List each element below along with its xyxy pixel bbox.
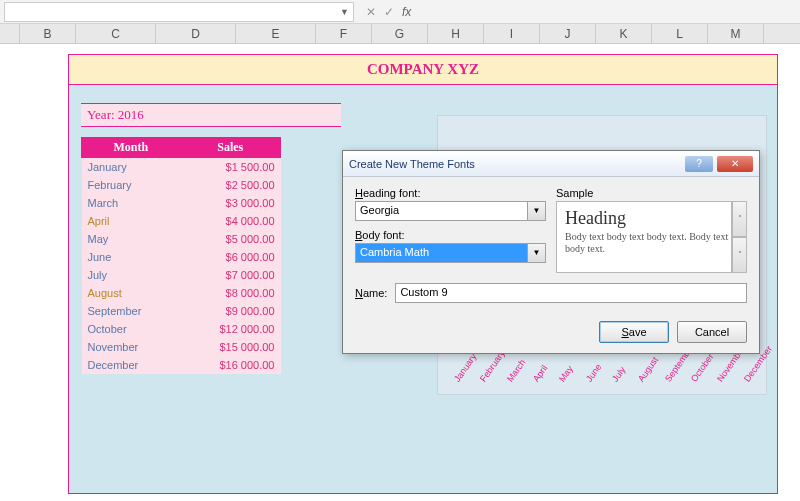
- col-header[interactable]: H: [428, 24, 484, 43]
- chart-axis-labels: January February March April May June Ju…: [444, 378, 760, 388]
- name-box[interactable]: ▼: [4, 2, 354, 22]
- col-header[interactable]: I: [484, 24, 540, 43]
- cancel-button[interactable]: Cancel: [677, 321, 747, 343]
- spin-down-icon[interactable]: ˅: [732, 237, 747, 273]
- table-row: April$4 000.00: [82, 212, 281, 230]
- col-header[interactable]: J: [540, 24, 596, 43]
- name-label: Name:: [355, 287, 387, 299]
- theme-fonts-dialog: Create New Theme Fonts ? ✕ Heading font:…: [342, 150, 760, 354]
- table-row: December$16 000.00: [82, 356, 281, 374]
- col-header[interactable]: G: [372, 24, 428, 43]
- col-header[interactable]: K: [596, 24, 652, 43]
- col-header[interactable]: E: [236, 24, 316, 43]
- col-header[interactable]: C: [76, 24, 156, 43]
- enter-formula-icon[interactable]: ✓: [384, 5, 394, 19]
- heading-font-label: Heading font:: [355, 187, 546, 199]
- col-header[interactable]: M: [708, 24, 764, 43]
- column-headers: B C D E F G H I J K L M: [0, 24, 800, 44]
- chevron-down-icon[interactable]: ▼: [527, 202, 545, 220]
- body-font-label: Body font:: [355, 229, 546, 241]
- dialog-title: Create New Theme Fonts: [349, 158, 475, 170]
- help-icon[interactable]: ?: [685, 156, 713, 172]
- table-row: March$3 000.00: [82, 194, 281, 212]
- col-header[interactable]: B: [20, 24, 76, 43]
- sample-body: Body text body text body text. Body text…: [565, 231, 738, 255]
- heading-font-value: Georgia: [356, 202, 527, 220]
- table-row: October$12 000.00: [82, 320, 281, 338]
- table-row: September$9 000.00: [82, 302, 281, 320]
- close-icon[interactable]: ✕: [717, 156, 753, 172]
- heading-font-combo[interactable]: Georgia ▼: [355, 201, 546, 221]
- save-button[interactable]: Save: [599, 321, 669, 343]
- dialog-titlebar[interactable]: Create New Theme Fonts ? ✕: [343, 151, 759, 177]
- sample-preview: Heading Body text body text body text. B…: [556, 201, 747, 273]
- col-header[interactable]: D: [156, 24, 236, 43]
- chevron-down-icon: ▼: [340, 7, 349, 17]
- col-header[interactable]: F: [316, 24, 372, 43]
- sample-heading: Heading: [565, 208, 738, 229]
- table-row: May$5 000.00: [82, 230, 281, 248]
- theme-name-input[interactable]: Custom 9: [395, 283, 747, 303]
- spin-up-icon[interactable]: ˄: [732, 201, 747, 237]
- table-row: January$1 500.00: [82, 158, 281, 177]
- year-label: Year: 2016: [81, 103, 341, 127]
- table-row: July$7 000.00: [82, 266, 281, 284]
- formula-bar: ▼ ✕ ✓ fx: [0, 0, 800, 24]
- sample-label: Sample: [556, 187, 747, 199]
- fx-icon[interactable]: fx: [402, 5, 411, 19]
- table-row: August$8 000.00: [82, 284, 281, 302]
- worksheet[interactable]: COMPANY XYZ Year: 2016 Month Sales Janua…: [0, 44, 800, 501]
- col-header[interactable]: L: [652, 24, 708, 43]
- body-font-value: Cambria Math: [356, 244, 527, 262]
- table-header-month: Month: [82, 138, 181, 158]
- table-header-sales: Sales: [180, 138, 280, 158]
- table-row: November$15 000.00: [82, 338, 281, 356]
- body-font-combo[interactable]: Cambria Math ▼: [355, 243, 546, 263]
- table-row: June$6 000.00: [82, 248, 281, 266]
- page-title: COMPANY XYZ: [69, 55, 777, 85]
- cancel-formula-icon[interactable]: ✕: [366, 5, 376, 19]
- sales-table: Month Sales January$1 500.00 February$2 …: [81, 137, 281, 374]
- chevron-down-icon[interactable]: ▼: [527, 244, 545, 262]
- table-row: February$2 500.00: [82, 176, 281, 194]
